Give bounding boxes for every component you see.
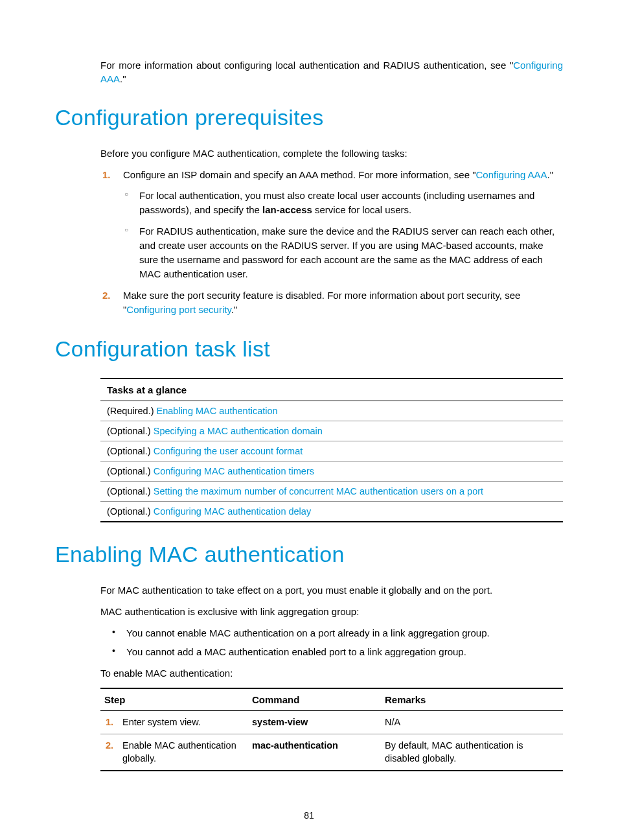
sub-a-after: service for local users. [312,204,411,215]
prereq-1-sub-b: For RADIUS authentication, make sure the… [123,224,563,281]
steps-table: Step Command Remarks 1. Enter system vie… [100,688,563,772]
link-configuring-port-security[interactable]: Configuring port security [126,304,231,315]
table-row: (Optional.) Configuring MAC authenticati… [100,501,563,522]
link-specifying-mac-auth-domain[interactable]: Specifying a MAC authentication domain [154,426,323,436]
prereq-item-2: 2. Make sure the port security feature i… [100,288,563,317]
steps-header-step: Step [100,688,248,711]
tasks-table: Tasks at a glance (Required.) Enabling M… [100,378,563,522]
steps-header-command: Command [248,688,381,711]
table-row: (Optional.) Configuring the user account… [100,441,563,461]
task-prefix: (Required.) [107,406,157,416]
prereq-1-before: Configure an ISP domain and specify an A… [123,169,476,180]
task-prefix: (Optional.) [107,486,154,496]
heading-config-prerequisites: Configuration prerequisites [55,105,563,130]
link-mac-auth-timers[interactable]: Configuring MAC authentication timers [154,466,314,476]
prereq-2-after: ." [231,304,238,315]
table-row: 1. Enter system view. system-view N/A [100,710,563,734]
steps-header-remarks: Remarks [381,688,563,711]
step-remarks: By default, MAC authentication is disabl… [381,734,563,771]
step-desc: Enter system view. [119,710,248,734]
link-max-concurrent-users[interactable]: Setting the maximum number of concurrent… [154,486,483,496]
table-row: (Optional.) Specifying a MAC authenticat… [100,421,563,441]
step-remarks: N/A [381,710,563,734]
link-enabling-mac-auth[interactable]: Enabling MAC authentication [157,406,278,416]
table-row: (Optional.) Setting the maximum number o… [100,481,563,501]
prereq-1-sublist: For local authentication, you must also … [123,189,563,281]
sub-a-bold: lan-access [262,204,312,215]
task-prefix: (Optional.) [107,506,154,517]
enable-p2: MAC authentication is exclusive with lin… [100,605,563,618]
link-mac-auth-delay[interactable]: Configuring MAC authentication delay [154,506,311,517]
task-prefix: (Optional.) [107,446,154,456]
intro-paragraph: For more information about configuring l… [100,58,563,86]
link-user-account-format[interactable]: Configuring the user account format [154,446,303,456]
prereq-intro: Before you configure MAC authentication,… [100,146,563,160]
prereq-item-1: 1. Configure an ISP domain and specify a… [100,168,563,281]
link-configuring-aaa-2[interactable]: Configuring AAA [476,169,547,180]
exclusive-bullets: You cannot enable MAC authentication on … [100,626,563,659]
tasks-header: Tasks at a glance [100,379,563,401]
step-desc: Enable MAC authentication globally. [119,734,248,771]
list-number: 2. [102,288,111,303]
prereq-1-sub-a: For local authentication, you must also … [123,189,563,217]
intro-text-before: For more information about configuring l… [100,60,513,71]
intro-text-after: ." [120,73,126,84]
enable-p3: To enable MAC authentication: [100,666,563,680]
enable-p1: For MAC authentication to take effect on… [100,583,563,597]
table-row: (Optional.) Configuring MAC authenticati… [100,461,563,481]
step-command: mac-authentication [248,734,381,771]
task-prefix: (Optional.) [107,466,154,476]
list-item: You cannot add a MAC authentication enab… [100,645,563,659]
list-item: You cannot enable MAC authentication on … [100,626,563,640]
list-number: 1. [102,168,111,182]
heading-enabling-mac-auth: Enabling MAC authentication [55,542,563,567]
table-row: (Required.) Enabling MAC authentication [100,401,563,421]
step-number: 1. [100,710,119,734]
prereq-list: 1. Configure an ISP domain and specify a… [100,168,563,317]
prereq-1-after: ." [547,169,554,180]
table-row: 2. Enable MAC authentication globally. m… [100,734,563,771]
step-command: system-view [248,710,381,734]
step-number: 2. [100,734,119,771]
task-prefix: (Optional.) [107,426,154,436]
heading-config-task-list: Configuration task list [55,336,563,362]
page-number: 81 [55,810,563,821]
